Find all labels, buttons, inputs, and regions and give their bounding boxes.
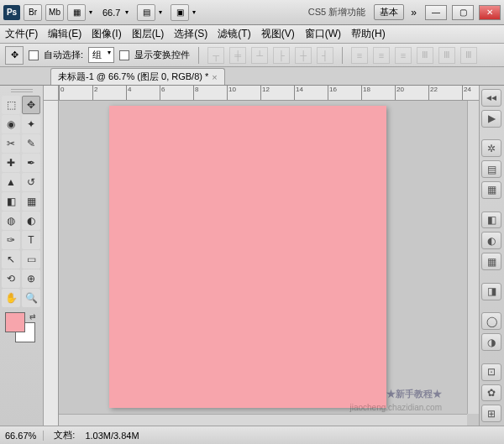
marquee-tool[interactable]: ⬚ [2,96,20,114]
magic-wand-tool[interactable]: ✦ [22,115,40,133]
menu-file[interactable]: 文件(F) [5,27,38,41]
workspace-basic-button[interactable]: 基本 [374,4,404,20]
lasso-tool[interactable]: ◉ [2,115,20,133]
path-select-tool[interactable]: ↖ [2,250,20,269]
menu-help[interactable]: 帮助(H) [351,27,386,41]
maximize-button[interactable]: ▢ [452,5,474,20]
align-top-icon: ┬ [207,47,224,64]
gradient-tool[interactable]: ▦ [22,192,40,211]
horizontal-ruler[interactable]: 024681012141618202224 [59,86,479,101]
vertical-ruler[interactable] [44,101,59,426]
zoom-level[interactable]: 66.7 [101,8,122,18]
zoom-tool[interactable]: 🔍 [22,289,40,307]
toolbox-handle[interactable] [2,89,41,94]
move-tool[interactable]: ✥ [22,96,40,114]
swap-colors-icon[interactable]: ⇄ [29,312,36,321]
crop-tool[interactable]: ✂ [2,134,20,153]
align-right-icon: ┤ [317,47,333,64]
close-button[interactable]: ✕ [479,5,501,20]
chevron-down-icon[interactable]: ▾ [192,8,201,16]
layers-panel-icon[interactable]: ◨ [481,283,501,300]
move-tool-icon[interactable]: ✥ [5,46,24,65]
masks-panel-icon[interactable]: ▦ [481,253,501,270]
document-tab[interactable]: 未标题-1 @ 66.7% (图层 0, RGB/8) * × [50,68,225,85]
align-vcenter-icon: ╪ [229,47,246,64]
ruler-corner[interactable] [44,86,59,101]
dist-bottom-icon: ≡ [395,47,412,64]
dist-left-icon: Ⅲ [417,47,433,64]
watermark-url: jiaocheng.chazidian.com [349,403,442,412]
chevron-down-icon[interactable]: ▾ [159,8,167,16]
toolbox: ⬚ ✥ ◉ ✦ ✂ ✎ ✚ ✒ ▲ ↺ ◧ ▦ ◍ ◐ ✑ T ↖ ▭ ⟲ ⊕ … [0,86,44,426]
workspace-new-features[interactable]: CS5 新增功能 [303,6,370,18]
color-panel-icon[interactable]: ▤ [481,160,501,178]
statusbar: 66.67% 文档: 1.03M/3.84M [0,426,504,444]
blur-tool[interactable]: ◍ [2,212,20,230]
menu-view[interactable]: 视图(V) [261,27,295,41]
eyedropper-tool[interactable]: ✎ [22,134,40,153]
menu-edit[interactable]: 编辑(E) [48,27,81,41]
foreground-color-swatch[interactable] [5,312,25,332]
workspace-more-icon[interactable]: » [407,7,420,18]
status-doc-label: 文档: [54,429,75,441]
canvas-viewport[interactable]: ★新手教程★ jiaocheng.chazidian.com [59,101,467,414]
3d-camera-tool[interactable]: ⊕ [22,269,40,288]
view-extras-button[interactable]: ▦ [67,4,86,21]
dist-hcenter-icon: Ⅲ [438,47,455,64]
transform-controls-checkbox[interactable] [119,50,129,60]
channels-panel-icon[interactable]: ◯ [481,312,501,330]
paths-panel-icon[interactable]: ◑ [481,333,501,351]
eraser-tool[interactable]: ◧ [2,192,20,211]
character-panel-icon[interactable]: ⊞ [481,405,501,422]
canvas[interactable] [109,106,386,408]
expand-panels-icon[interactable]: ◂◂ [481,89,501,107]
arrange-docs-button[interactable]: ▤ [137,4,155,21]
paragraph-panel-icon[interactable]: ✿ [481,384,501,402]
chevron-down-icon[interactable]: ▾ [125,8,134,16]
type-tool[interactable]: T [22,231,40,249]
shape-tool[interactable]: ▭ [22,250,40,269]
status-doc-size[interactable]: 1.03M/3.84M [85,431,139,441]
menu-window[interactable]: 窗口(W) [305,27,341,41]
minimize-button[interactable]: — [425,5,447,20]
chevron-down-icon[interactable]: ▾ [89,8,97,16]
dist-top-icon: ≡ [351,47,368,64]
dodge-tool[interactable]: ◐ [22,212,40,230]
info-panel-icon[interactable]: ⊡ [481,363,501,381]
menu-select[interactable]: 选择(S) [174,27,207,41]
adjustments-panel-icon[interactable]: ◐ [481,232,501,249]
bridge-button[interactable]: Br [24,4,42,21]
dist-vcenter-icon: ≡ [373,47,390,64]
menu-layer[interactable]: 图层(L) [132,27,165,41]
color-swatches: ⇄ [2,312,41,346]
transform-controls-label: 显示变换控件 [134,49,190,61]
tab-close-icon[interactable]: × [212,72,217,82]
align-bottom-icon: ┴ [251,47,268,64]
vertical-scrollbar[interactable] [467,101,479,414]
status-zoom[interactable]: 66.67% [5,431,44,441]
hand-tool[interactable]: ✋ [2,289,20,307]
navigator-panel-icon[interactable]: ✲ [481,139,501,157]
history-brush-tool[interactable]: ↺ [22,173,40,191]
menu-image[interactable]: 图像(I) [92,27,121,41]
auto-select-mode-select[interactable]: 组 [88,47,114,63]
brush-tool[interactable]: ✒ [22,154,40,172]
app-icon: Ps [3,5,20,20]
healing-brush-tool[interactable]: ✚ [2,154,20,172]
options-bar: ✥ 自动选择: 组 显示变换控件 ┬ ╪ ┴ ├ ┼ ┤ ≡ ≡ ≡ Ⅲ Ⅲ Ⅲ [0,44,504,67]
right-panel-dock: ◂◂ ▶ ✲ ▤ ▦ ◧ ◐ ▦ ◨ ◯ ◑ ⊡ ✿ ⊞ [479,86,504,426]
history-panel-icon[interactable]: ▶ [481,110,501,128]
pen-tool[interactable]: ✑ [2,231,20,249]
document-tab-title: 未标题-1 @ 66.7% (图层 0, RGB/8) * [58,71,208,83]
menubar: 文件(F) 编辑(E) 图像(I) 图层(L) 选择(S) 滤镜(T) 视图(V… [0,25,504,44]
horizontal-scrollbar[interactable] [59,414,467,426]
minibridge-button[interactable]: Mb [45,4,64,21]
clone-stamp-tool[interactable]: ▲ [2,173,20,191]
swatches-panel-icon[interactable]: ▦ [481,181,501,199]
menu-filter[interactable]: 滤镜(T) [218,27,250,41]
canvas-area: 024681012141618202224 ★新手教程★ jiaocheng.c… [44,86,479,426]
3d-tool[interactable]: ⟲ [2,269,20,288]
styles-panel-icon[interactable]: ◧ [481,212,501,229]
screen-mode-button[interactable]: ▣ [171,4,189,21]
auto-select-checkbox[interactable] [29,50,39,60]
